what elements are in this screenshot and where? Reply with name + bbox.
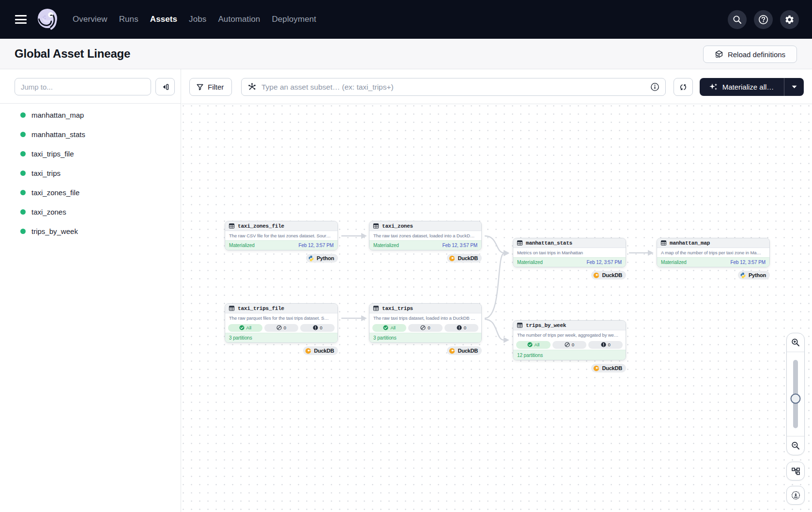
collapse-sidebar-button[interactable] bbox=[155, 78, 175, 95]
materialization-timestamp[interactable]: Feb 12, 3:57 PM bbox=[299, 243, 334, 248]
asset-list: manhattan_mapmanhattan_statstaxi_trips_f… bbox=[0, 104, 181, 241]
compute-kind-badge-duckdb[interactable]: DuckDB bbox=[591, 364, 626, 372]
partitions-materialized-chip: All bbox=[372, 324, 406, 332]
sidebar-asset-taxi_zones_file[interactable]: taxi_zones_file bbox=[0, 183, 181, 202]
zoom-out-button[interactable] bbox=[787, 436, 804, 455]
asset-table-icon bbox=[517, 240, 523, 246]
asset-name: manhattan_stats bbox=[31, 130, 85, 139]
materialized-status-dot bbox=[20, 229, 26, 234]
asset-node-description: The raw taxi zones dataset, loaded into … bbox=[369, 231, 481, 240]
materialization-timestamp[interactable]: Feb 12, 3:57 PM bbox=[731, 260, 766, 265]
sidebar-asset-taxi_trips[interactable]: taxi_trips bbox=[0, 163, 181, 183]
download-image-button[interactable] bbox=[786, 486, 805, 505]
compute-kind-label: DuckDB bbox=[602, 272, 622, 278]
asset-node-status-bar: MaterializedFeb 12, 3:57 PM bbox=[369, 240, 481, 250]
materialized-status-dot bbox=[20, 112, 26, 118]
nav-item-runs[interactable]: Runs bbox=[119, 15, 138, 24]
info-icon[interactable] bbox=[650, 82, 659, 92]
materialized-status-label: Materialized bbox=[661, 260, 687, 265]
missing-circle-icon bbox=[565, 342, 570, 347]
asset-name: taxi_zones_file bbox=[31, 188, 79, 197]
asset-node-description: A map of the number of trips per taxi zo… bbox=[657, 248, 769, 257]
asset-node-trips_by_week[interactable]: trips_by_weekThe number of trips per wee… bbox=[513, 320, 626, 360]
materialize-all-button[interactable]: Materialize all… bbox=[700, 78, 784, 96]
materialize-dropdown-caret[interactable] bbox=[784, 78, 804, 96]
asset-node-taxi_zones_file[interactable]: taxi_zones_fileThe raw CSV file for the … bbox=[225, 221, 338, 250]
compute-kind-badge-python[interactable]: Python bbox=[306, 254, 338, 263]
nav-item-overview[interactable]: Overview bbox=[73, 15, 107, 24]
asset-node-taxi_trips_file[interactable]: taxi_trips_fileThe raw parquet files for… bbox=[225, 303, 338, 343]
materialized-status-dot bbox=[20, 132, 26, 137]
menu-hamburger-icon[interactable] bbox=[15, 15, 27, 24]
chip-label: 0 bbox=[464, 325, 466, 330]
compute-kind-label: DuckDB bbox=[314, 348, 334, 354]
reload-definitions-button[interactable]: Reload definitions bbox=[703, 46, 797, 63]
sidebar-asset-manhattan_stats[interactable]: manhattan_stats bbox=[0, 124, 181, 144]
dagster-logo[interactable] bbox=[36, 8, 59, 31]
chip-label: All bbox=[390, 325, 396, 330]
top-navigation-bar: OverviewRunsAssetsJobsAutomationDeployme… bbox=[0, 0, 812, 39]
asset-node-header: taxi_zones_file bbox=[225, 221, 337, 231]
sidebar-asset-manhattan_map[interactable]: manhattan_map bbox=[0, 105, 181, 124]
nav-item-assets[interactable]: Assets bbox=[150, 15, 177, 24]
partition-chips: All00 bbox=[225, 323, 337, 333]
asset-node-wrapper-taxi_trips: taxi_tripsThe raw taxi trips dataset, lo… bbox=[369, 303, 482, 343]
failed-circle-icon bbox=[313, 325, 318, 330]
asset-node-header: taxi_trips bbox=[369, 304, 481, 313]
asset-node-wrapper-taxi_zones_file: taxi_zones_fileThe raw CSV file for the … bbox=[225, 221, 338, 250]
compute-kind-badge-python[interactable]: Python bbox=[738, 271, 770, 279]
compute-kind-badge-duckdb[interactable]: DuckDB bbox=[447, 254, 482, 263]
compute-kind-label: Python bbox=[317, 255, 334, 261]
materialized-status-label: Materialized bbox=[517, 260, 543, 265]
asset-table-icon bbox=[373, 223, 379, 229]
check-circle-icon bbox=[527, 342, 533, 347]
materialization-timestamp[interactable]: Feb 12, 3:57 PM bbox=[587, 260, 622, 265]
asset-subset-input[interactable] bbox=[261, 83, 650, 92]
nav-item-jobs[interactable]: Jobs bbox=[189, 15, 206, 24]
filter-button[interactable]: Filter bbox=[189, 78, 232, 96]
nav-item-automation[interactable]: Automation bbox=[218, 15, 260, 24]
lineage-canvas[interactable]: taxi_zones_fileThe raw CSV file for the … bbox=[182, 105, 812, 512]
asset-table-icon bbox=[373, 305, 379, 311]
asset-node-taxi_trips[interactable]: taxi_tripsThe raw taxi trips dataset, lo… bbox=[369, 303, 482, 343]
search-icon bbox=[733, 15, 742, 24]
asset-sidebar: manhattan_mapmanhattan_statstaxi_trips_f… bbox=[0, 69, 181, 512]
asset-node-name: taxi_trips_file bbox=[238, 306, 284, 311]
sidebar-asset-taxi_trips_file[interactable]: taxi_trips_file bbox=[0, 144, 181, 163]
sidebar-asset-taxi_zones[interactable]: taxi_zones bbox=[0, 202, 181, 221]
asset-selection-icon bbox=[247, 82, 257, 92]
asset-table-icon bbox=[517, 322, 523, 328]
rearrange-graph-button[interactable] bbox=[786, 462, 805, 481]
asset-node-header: taxi_trips_file bbox=[225, 304, 337, 313]
missing-circle-icon bbox=[276, 325, 282, 330]
asset-node-manhattan_stats[interactable]: manhattan_statsMetrics on taxi trips in … bbox=[513, 238, 626, 267]
sidebar-asset-trips_by_week[interactable]: trips_by_week bbox=[0, 221, 181, 241]
jump-to-input[interactable] bbox=[15, 78, 151, 95]
materialization-timestamp[interactable]: Feb 12, 3:57 PM bbox=[443, 243, 477, 248]
asset-node-name: taxi_trips bbox=[382, 306, 413, 311]
collapse-panel-icon bbox=[161, 83, 169, 91]
refresh-icon bbox=[679, 83, 688, 92]
compute-kind-label: Python bbox=[749, 272, 766, 278]
asset-node-header: trips_by_week bbox=[513, 321, 626, 330]
partitions-failed-chip: 0 bbox=[300, 324, 335, 332]
compute-kind-badge-duckdb[interactable]: DuckDB bbox=[303, 346, 338, 355]
asset-node-name: taxi_zones_file bbox=[238, 223, 284, 229]
zoom-slider-handle[interactable] bbox=[791, 394, 801, 404]
compute-kind-badge-duckdb[interactable]: DuckDB bbox=[447, 346, 482, 355]
settings-icon bbox=[784, 15, 795, 25]
nav-item-deployment[interactable]: Deployment bbox=[272, 15, 316, 24]
asset-table-icon bbox=[229, 223, 235, 229]
settings-button[interactable] bbox=[780, 10, 799, 29]
help-button[interactable] bbox=[754, 10, 773, 29]
asset-node-status-bar: 3 partitions bbox=[369, 333, 481, 342]
zoom-in-button[interactable] bbox=[787, 333, 804, 352]
failed-circle-icon bbox=[601, 342, 606, 347]
refresh-button[interactable] bbox=[674, 78, 693, 96]
asset-node-taxi_zones[interactable]: taxi_zonesThe raw taxi zones dataset, lo… bbox=[369, 221, 482, 250]
materialized-status-label: 12 partitions bbox=[517, 353, 543, 358]
search-button[interactable] bbox=[728, 10, 747, 29]
asset-node-header: taxi_zones bbox=[369, 221, 481, 231]
compute-kind-badge-duckdb[interactable]: DuckDB bbox=[591, 271, 626, 279]
asset-node-manhattan_map[interactable]: manhattan_mapA map of the number of trip… bbox=[657, 238, 770, 267]
